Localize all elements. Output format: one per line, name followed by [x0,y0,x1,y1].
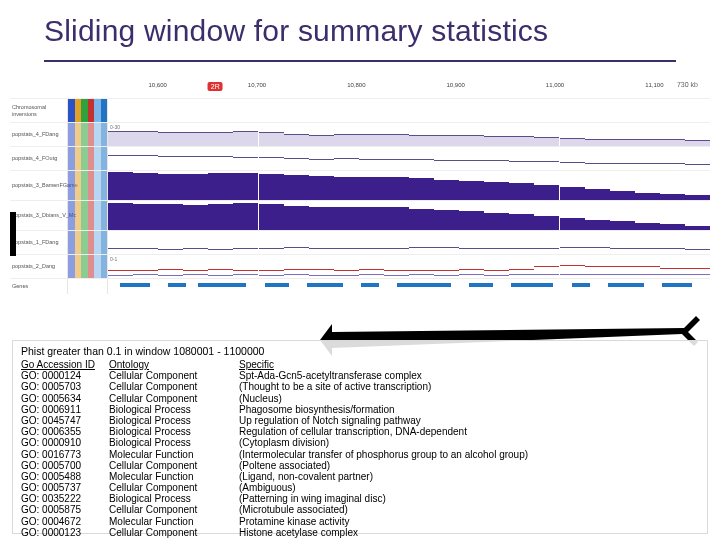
go-specific: (Cytoplasm division) [239,437,699,448]
go-accession: GO: 0004672 [21,516,99,527]
track-row: popstats_4_FOutg [10,146,710,170]
go-specific: (Ambiguous) [239,482,699,493]
track-colorbar [68,99,108,122]
go-accession: GO: 0005634 [21,393,99,404]
go-specific: (Nucleus) [239,393,699,404]
go-ontology: Molecular Function [109,516,229,527]
track-stack: Chromosomal inversionspopstats_4_FDang0-… [10,98,710,332]
track-colorbar [68,231,108,254]
track-label: popstats_1_FDang [10,231,68,254]
track-data [108,201,710,230]
ruler-tick: 11,100 [645,82,663,88]
track-row: popstats_1_FDang [10,230,710,254]
track-row: popstats_4_FDang0-30 [10,122,710,146]
ruler-tick: 10,900 [446,82,464,88]
browser-frame: 730 kb 2R 10,60010,70010,80010,90011,000… [10,72,710,332]
colorbar-swatch [101,147,108,170]
track-data [108,279,710,294]
go-accession: GO: 0005875 [21,504,99,515]
track-data [108,147,710,170]
go-accession: GO: 0006355 [21,426,99,437]
gene-segment [307,283,343,287]
go-accession: GO: 0005703 [21,381,99,392]
gene-segment [662,283,692,287]
ruler-tick: 11,000 [546,82,564,88]
go-header: Go Accession ID [21,359,99,370]
gene-segment [198,283,246,287]
track-row: Genes [10,278,710,294]
go-ontology: Biological Process [109,426,229,437]
track-label: popstats_2_Dang [10,255,68,278]
colorbar-swatch [101,231,108,254]
gene-segment [265,283,289,287]
go-accession: GO: 0000910 [21,437,99,448]
colorbar-swatch [101,99,108,122]
track-data [108,231,710,254]
track-data [108,171,710,200]
go-ontology: Cellular Component [109,381,229,392]
go-panel: Phist greater than 0.1 in window 1080001… [12,340,708,534]
gene-segment [608,283,644,287]
gene-segment [469,283,493,287]
track-colorbar [68,171,108,200]
title-underline [44,60,676,62]
gene-segment [397,283,451,287]
go-panel-title: Phist greater than 0.1 in window 1080001… [21,345,699,357]
colorbar-swatch [101,255,108,278]
track-label: popstats_4_FDang [10,123,68,146]
go-table: Go Accession IDOntologySpecificGO: 00001… [21,359,699,538]
gene-segment [511,283,553,287]
go-specific: (Poltene associated) [239,460,699,471]
go-ontology: Cellular Component [109,527,229,538]
gene-segment [572,283,590,287]
go-ontology: Biological Process [109,493,229,504]
page-title: Sliding window for summary statistics [0,0,720,48]
gene-segment [168,283,186,287]
track-row: popstats_3_Dbians_V_Mc [10,200,710,230]
ruler: 730 kb 2R 10,60010,70010,80010,90011,000… [108,82,704,96]
go-specific: (Thought to be a site of active transcri… [239,381,699,392]
track-colorbar [68,255,108,278]
slide-root: Sliding window for summary statistics 73… [0,0,720,540]
go-accession: GO: 0035222 [21,493,99,504]
go-ontology: Molecular Function [109,449,229,460]
go-specific: (Microtubule associated) [239,504,699,515]
go-accession: GO: 0005700 [21,460,99,471]
genome-browser: 730 kb 2R 10,60010,70010,80010,90011,000… [10,72,710,332]
go-header: Ontology [109,359,229,370]
go-ontology: Biological Process [109,437,229,448]
go-accession: GO: 0000124 [21,370,99,381]
track-colorbar [68,123,108,146]
track-row: Chromosomal inversions [10,98,710,122]
colorbar-swatch [101,171,108,200]
go-accession: GO: 0000123 [21,527,99,538]
go-ontology: Cellular Component [109,504,229,515]
track-label: Genes [10,279,68,294]
go-specific: (Ligand, non-covalent partner) [239,471,699,482]
go-specific: (Intermolecular transfer of phosphorus g… [239,449,699,460]
go-specific: Up regulation of Notch signaling pathway [239,415,699,426]
ruler-tick: 10,600 [148,82,166,88]
track-data [108,99,710,122]
go-ontology: Molecular Function [109,471,229,482]
go-ontology: Cellular Component [109,460,229,471]
track-data: 0-1 [108,255,710,278]
go-ontology: Biological Process [109,404,229,415]
go-specific: Histone acetylase complex [239,527,699,538]
go-specific: Protamine kinase activity [239,516,699,527]
go-ontology: Biological Process [109,415,229,426]
go-accession: GO: 0045747 [21,415,99,426]
ruler-length: 730 kb [677,81,698,88]
ruler-tick: 10,800 [347,82,365,88]
go-accession: GO: 0016773 [21,449,99,460]
go-specific: Regulation of cellular transcription, DN… [239,426,699,437]
track-label: Chromosomal inversions [10,99,68,122]
track-colorbar [68,147,108,170]
go-accession: GO: 0005737 [21,482,99,493]
gene-segment [120,283,150,287]
track-label: popstats_3_Dbians_V_Mc [10,201,68,230]
go-specific: Spt-Ada-Gcn5-acetyltransferase complex [239,370,699,381]
colorbar-swatch [101,201,108,230]
go-header: Specific [239,359,699,370]
track-label: popstats_4_FOutg [10,147,68,170]
